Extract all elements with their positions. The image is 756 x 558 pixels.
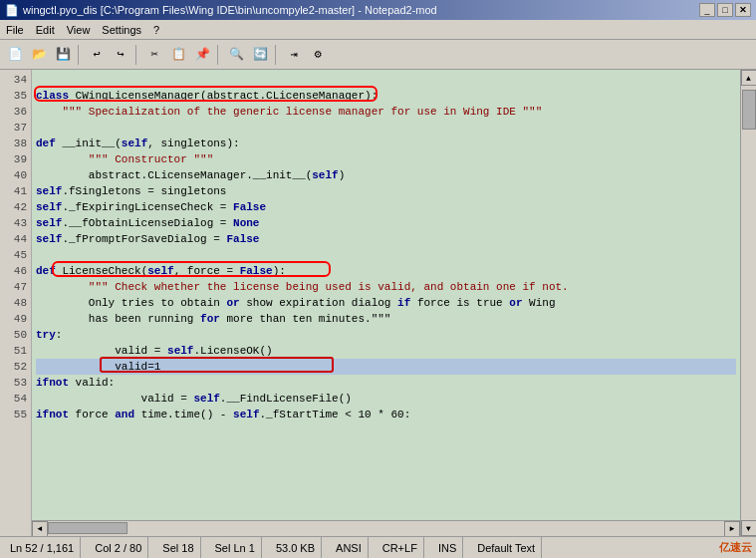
toolbar-sep2 [135,45,139,65]
replace-button[interactable]: 🔄 [249,44,271,66]
status-logo: 亿速云 [719,540,752,555]
code-line-35: class CWingLicenseManager(abstract.CLice… [36,88,736,104]
menu-settings[interactable]: Settings [96,22,147,38]
code-line-44: self._fPromptForSaveDialog = False [36,231,736,247]
cut-button[interactable]: ✂ [143,44,165,66]
code-line-50: try: [36,327,736,343]
line-number-43: 43 [4,215,27,231]
line-number-36: 36 [4,104,27,120]
status-line-ending: CR+LF [377,537,424,558]
undo-button[interactable]: ↩ [86,44,108,66]
scroll-down-button[interactable]: ▼ [741,520,757,536]
code-line-53: if not valid: [36,375,736,391]
code-line-47: """ Check whether the license being used… [36,279,736,295]
settings-button[interactable]: ⚙ [307,44,329,66]
status-text-style: Default Text [471,537,542,558]
title-bar-left: 📄 wingctl.pyo_dis [C:\Program Files\Wing… [5,4,437,17]
main-editor: 3435363738394041424344454647484950515253… [0,70,756,536]
toolbar-sep3 [217,45,221,65]
close-button[interactable]: ✕ [735,3,751,17]
code-line-49: has been running for more than ten minut… [36,311,736,327]
line-number-37: 37 [4,120,27,136]
copy-button[interactable]: 📋 [167,44,189,66]
app-icon: 📄 [5,4,19,17]
scroll-track-h[interactable] [48,522,724,536]
line-number-49: 49 [4,311,27,327]
menu-edit[interactable]: Edit [30,22,61,38]
status-encoding: ANSI [330,537,369,558]
toolbar: 📄 📂 💾 ↩ ↪ ✂ 📋 📌 🔍 🔄 ⇥ ⚙ [0,40,756,70]
menu-file[interactable]: File [0,22,30,38]
scroll-thumb-v[interactable] [742,90,756,130]
line-number-45: 45 [4,247,27,263]
code-editor[interactable]: class CWingLicenseManager(abstract.CLice… [32,70,740,520]
line-number-35: 35 [4,88,27,104]
status-ln: Ln 52 / 1,161 [4,537,81,558]
line-number-39: 39 [4,151,27,167]
status-col: Col 2 / 80 [89,537,148,558]
toolbar-sep4 [275,45,279,65]
code-line-42: self._fExpiringLicenseCheck = False [36,199,736,215]
code-line-39: """ Constructor """ [36,151,736,167]
horizontal-scrollbar[interactable]: ◄ ► [32,520,740,536]
line-number-52: 52 [4,359,27,375]
line-number-42: 42 [4,199,27,215]
indent-button[interactable]: ⇥ [283,44,305,66]
code-line-48: Only tries to obtain or show expiration … [36,295,736,311]
code-line-40: abstract.CLicenseManager.__init__(self) [36,167,736,183]
line-number-53: 53 [4,375,27,391]
code-line-38: def __init__(self, singletons): [36,136,736,151]
line-number-47: 47 [4,279,27,295]
status-bar: Ln 52 / 1,161 Col 2 / 80 Sel 18 Sel Ln 1… [0,536,756,558]
line-number-40: 40 [4,167,27,183]
paste-button[interactable]: 📌 [191,44,213,66]
code-line-37 [36,120,736,136]
redo-button[interactable]: ↪ [110,44,131,66]
status-ins: INS [432,537,463,558]
maximize-button[interactable]: □ [717,3,733,17]
code-line-46: def LicenseCheck(self, force = False): [36,263,736,279]
line-number-51: 51 [4,343,27,359]
code-line-43: self.__fObtainLicenseDialog = None [36,215,736,231]
line-number-50: 50 [4,327,27,343]
status-seln: Sel Ln 1 [209,537,262,558]
code-line-34 [36,72,736,88]
menu-bar: File Edit View Settings ? [0,20,756,40]
toolbar-sep1 [78,45,82,65]
line-number-54: 54 [4,391,27,407]
scroll-up-button[interactable]: ▲ [741,70,757,86]
code-line-36: """ Specialization of the generic licens… [36,104,736,120]
vertical-scrollbar[interactable]: ▲ ▼ [740,70,756,536]
menu-view[interactable]: View [61,22,97,38]
line-number-41: 41 [4,183,27,199]
menu-help[interactable]: ? [147,22,165,38]
window-title: wingctl.pyo_dis [C:\Program Files\Wing I… [23,4,437,16]
find-button[interactable]: 🔍 [225,44,247,66]
open-button[interactable]: 📂 [28,44,50,66]
scroll-left-button[interactable]: ◄ [32,521,48,537]
code-line-54: valid = self.__FindLicenseFile() [36,391,736,407]
minimize-button[interactable]: _ [699,3,715,17]
line-number-34: 34 [4,72,27,88]
scroll-right-button[interactable]: ► [724,521,740,537]
new-button[interactable]: 📄 [4,44,26,66]
save-button[interactable]: 💾 [52,44,74,66]
line-number-46: 46 [4,263,27,279]
title-bar-buttons[interactable]: _ □ ✕ [699,3,751,17]
line-number-55: 55 [4,407,27,422]
code-line-41: self.fSingletons = singletons [36,183,736,199]
status-size: 53.0 KB [270,537,322,558]
line-number-38: 38 [4,136,27,151]
line-number-48: 48 [4,295,27,311]
code-line-55: if not force and time.time() - self._fSt… [36,407,736,422]
status-sel18: Sel 18 [156,537,200,558]
title-bar: 📄 wingctl.pyo_dis [C:\Program Files\Wing… [0,0,756,20]
line-numbers: 3435363738394041424344454647484950515253… [0,70,32,536]
scroll-thumb-h[interactable] [48,522,127,534]
code-line-45 [36,247,736,263]
code-line-52: valid=1 [36,359,736,375]
line-number-44: 44 [4,231,27,247]
code-line-51: valid = self.LicenseOK() [36,343,736,359]
